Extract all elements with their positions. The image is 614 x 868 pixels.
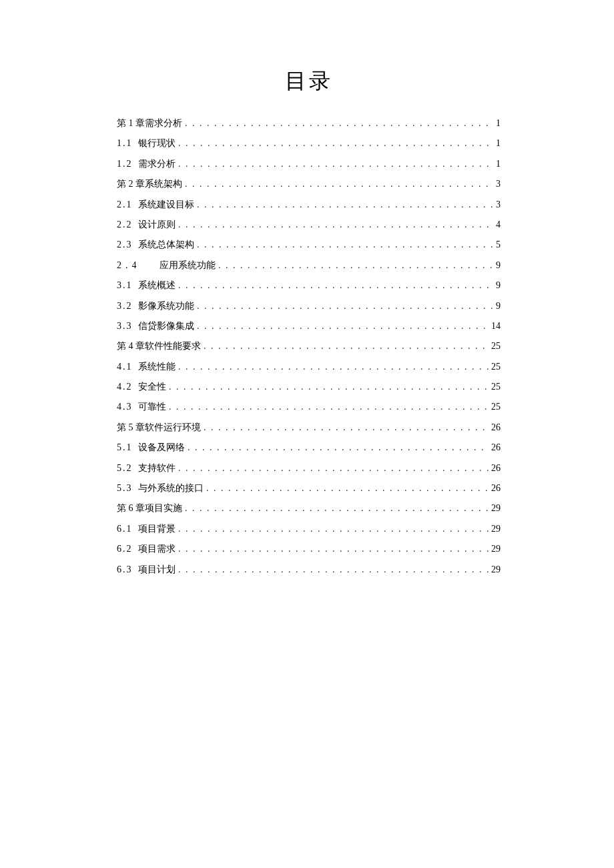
toc-sub-item: 4.1系统性能. . . . . . . . . . . . . . . . .… [117,360,501,374]
toc-sub-item: 5.2支持软件. . . . . . . . . . . . . . . . .… [117,461,501,476]
toc-entry-page: 5 [496,238,501,252]
toc-leader-dots: . . . . . . . . . . . . . . . . . . . . … [169,400,489,414]
toc-sub-item: 3.3信贷影像集成. . . . . . . . . . . . . . . .… [117,319,501,334]
toc-entry-number: 4.2 [117,380,138,394]
toc-entry-label: 4.1系统性能 [117,360,176,374]
toc-leader-dots: . . . . . . . . . . . . . . . . . . . . … [218,258,493,273]
toc-entry-number: 4.3 [117,400,138,414]
toc-entry-text: 信贷影像集成 [138,321,194,331]
toc-entry-text: 安全性 [138,382,166,392]
toc-chapter: 第 6 章项目实施. . . . . . . . . . . . . . . .… [117,501,501,516]
toc-entry-page: 9 [496,258,501,273]
toc-entry-number: 6.2 [117,542,138,556]
toc-entry-label: 第 5 章软件运行环境 [117,420,201,435]
toc-entry-page: 29 [491,542,501,556]
toc-entry-text: 系统概述 [138,280,176,290]
toc-entry-number: 1.2 [117,157,138,171]
toc-entry-page: 29 [491,522,501,536]
toc-entry-text: 项目计划 [138,564,176,574]
toc-leader-dots: . . . . . . . . . . . . . . . . . . . . … [178,360,489,374]
toc-entry-text: 系统建设目标 [138,199,194,209]
toc-entry-text: 需求分析 [138,159,176,169]
toc-entry-number: 2.2 [117,218,138,232]
toc-entry-page: 25 [491,339,501,354]
toc-entry-page: 1 [496,116,501,131]
toc-entry-label: 第 2 章系统架构 [117,177,182,191]
toc-entry-label: 6.1项目背景 [117,522,176,536]
toc-sub-item: 4.2安全性. . . . . . . . . . . . . . . . . … [117,380,501,394]
toc-leader-dots: . . . . . . . . . . . . . . . . . . . . … [197,197,493,212]
toc-leader-dots: . . . . . . . . . . . . . . . . . . . . … [185,116,493,131]
toc-entry-page: 26 [491,481,501,496]
toc-entry-label: 3.3信贷影像集成 [117,319,194,334]
toc-leader-dots: . . . . . . . . . . . . . . . . . . . . … [197,319,489,334]
toc-entry-text: 设计原则 [138,220,176,230]
toc-sub-item: 5.1设备及网络. . . . . . . . . . . . . . . . … [117,440,501,455]
toc-entry-number: 5.3 [117,481,138,496]
toc-chapter: 第 4 章软件性能要求. . . . . . . . . . . . . . .… [117,339,501,354]
toc-entry-label: 2.3系统总体架构 [117,238,194,252]
toc-sub-item: 1.2需求分析. . . . . . . . . . . . . . . . .… [117,157,501,171]
toc-sub-item: 2.1系统建设目标. . . . . . . . . . . . . . . .… [117,197,501,212]
toc-entry-text: 应用系统功能 [147,260,216,270]
toc-entry-label: 2.1系统建设目标 [117,197,194,212]
toc-entry-text: 银行现状 [138,138,176,148]
toc-entry-number: 6.1 [117,522,138,536]
toc-entry-page: 3 [496,177,501,191]
toc-entry-page: 4 [496,218,501,232]
toc-entry-page: 1 [496,157,501,171]
toc-leader-dots: . . . . . . . . . . . . . . . . . . . . … [178,278,493,293]
toc-sub-item: 6.2项目需求. . . . . . . . . . . . . . . . .… [117,542,501,556]
toc-entry-page: 26 [491,440,501,455]
toc-leader-dots: . . . . . . . . . . . . . . . . . . . . … [178,562,489,577]
toc-entry-number: 3.1 [117,278,138,293]
toc-sub-item: 2.2设计原则. . . . . . . . . . . . . . . . .… [117,218,501,232]
toc-entry-number: 1.1 [117,136,138,151]
toc-entry-text: 项目背景 [138,524,176,534]
toc-sub-item: 2.4应用系统功能. . . . . . . . . . . . . . . .… [117,258,501,273]
toc-entry-number: 2.3 [117,238,138,252]
toc-entry-label: 第 1 章需求分析 [117,116,182,131]
toc-leader-dots: . . . . . . . . . . . . . . . . . . . . … [178,157,493,171]
toc-chapter: 第 2 章系统架构. . . . . . . . . . . . . . . .… [117,177,501,191]
toc-entry-label: 5.1设备及网络 [117,440,185,455]
toc-entry-number: 5.1 [117,440,138,455]
toc-entry-page: 26 [491,461,501,476]
toc-leader-dots: . . . . . . . . . . . . . . . . . . . . … [204,420,489,435]
toc-sub-item: 6.3项目计划. . . . . . . . . . . . . . . . .… [117,562,501,577]
toc-sub-item: 2.3系统总体架构. . . . . . . . . . . . . . . .… [117,238,501,252]
toc-leader-dots: . . . . . . . . . . . . . . . . . . . . … [169,380,489,394]
toc-leader-dots: . . . . . . . . . . . . . . . . . . . . … [178,542,489,556]
toc-entry-label: 4.2安全性 [117,380,166,394]
toc-entry-number: 2.4 [117,258,147,273]
toc-entry-page: 29 [491,562,501,577]
toc-entry-label: 第 6 章项目实施 [117,501,182,516]
toc-entry-label: 6.2项目需求 [117,542,176,556]
toc-entry-label: 3.2影像系统功能 [117,299,194,314]
toc-title: 目录 [117,67,501,96]
toc-sub-item: 1.1银行现状. . . . . . . . . . . . . . . . .… [117,136,501,151]
toc-entry-label: 1.2需求分析 [117,157,176,171]
toc-entry-number: 3.3 [117,319,138,334]
toc-list: 第 1 章需求分析. . . . . . . . . . . . . . . .… [117,116,501,577]
toc-entry-text: 系统性能 [138,362,176,372]
toc-entry-text: 可靠性 [138,402,166,412]
toc-leader-dots: . . . . . . . . . . . . . . . . . . . . … [197,299,493,314]
toc-entry-text: 系统总体架构 [138,240,194,250]
toc-entry-page: 25 [491,360,501,374]
toc-entry-label: 2.4应用系统功能 [117,258,216,273]
toc-entry-page: 9 [496,299,501,314]
toc-leader-dots: . . . . . . . . . . . . . . . . . . . . … [204,339,489,354]
toc-entry-text: 项目需求 [138,544,176,554]
toc-entry-page: 1 [496,136,501,151]
toc-chapter: 第 1 章需求分析. . . . . . . . . . . . . . . .… [117,116,501,131]
toc-leader-dots: . . . . . . . . . . . . . . . . . . . . … [188,440,489,455]
toc-entry-page: 25 [491,380,501,394]
toc-entry-label: 第 4 章软件性能要求 [117,339,201,354]
toc-entry-number: 5.2 [117,461,138,476]
toc-leader-dots: . . . . . . . . . . . . . . . . . . . . … [206,481,489,496]
toc-entry-label: 5.2支持软件 [117,461,176,476]
toc-entry-page: 3 [496,197,501,212]
toc-entry-page: 25 [491,400,501,414]
toc-entry-text: 支持软件 [138,463,176,473]
